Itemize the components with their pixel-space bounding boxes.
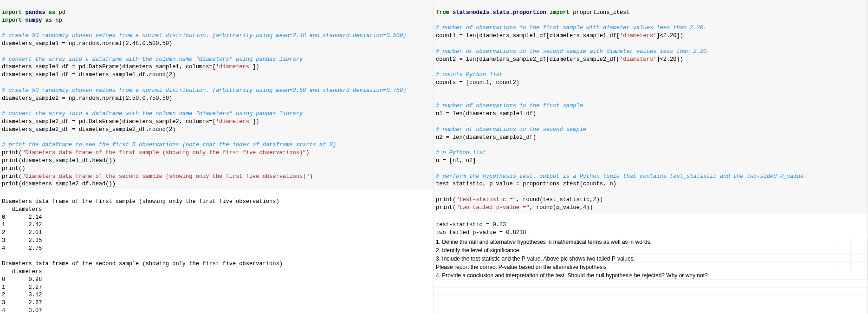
alias-pd: pd — [58, 9, 65, 16]
code-comment: # number of observations in the second s… — [436, 48, 710, 55]
code-line: diameters_sample1 = np.random.normal(2.4… — [2, 40, 172, 47]
code-line: n1 = len(diameters_sample1_df) — [436, 111, 536, 117]
output-row-idx: 2 — [2, 292, 5, 298]
grid-row[interactable]: 3. Include the test statistic and the P-… — [434, 255, 868, 263]
code-line: ) — [306, 150, 309, 156]
code-line: print( — [436, 196, 456, 203]
alias-np: np — [55, 17, 62, 24]
code-comment: # number of observations in the first sa… — [436, 25, 706, 31]
string-literal: 'diameters' — [620, 56, 656, 63]
code-line: diameters_sample2_df = diameters_sample2… — [2, 126, 175, 133]
code-comment: # perform the hypothesis test. output is… — [436, 173, 807, 180]
code-comment: # number of observations in the second s… — [436, 126, 586, 133]
string-literal: "test-statistic =" — [456, 196, 516, 203]
keyword-import: import — [2, 9, 22, 16]
output-row-val: 2.42 — [8, 222, 42, 228]
grid-cell[interactable] — [834, 238, 851, 246]
output-col-header: diameters — [2, 268, 42, 275]
output-row-val: 0.98 — [8, 276, 42, 283]
output-row-val: 2.27 — [8, 284, 42, 291]
code-line: print( — [2, 173, 22, 180]
output-row-idx: 0 — [2, 214, 5, 221]
grid-row[interactable]: Please report the correct P-value based … — [434, 263, 868, 271]
code-line: test_statistic, p_value = proportions_zt… — [436, 181, 616, 187]
task-item[interactable]: 1. Define the null and alternative hypot… — [434, 238, 834, 246]
code-line: counts = [count1, count2] — [436, 79, 519, 86]
task-item[interactable]: Please report the correct P-value based … — [434, 263, 834, 271]
grid-cell[interactable] — [834, 263, 851, 271]
code-comment: # convert the array into a dataframe wit… — [2, 111, 303, 117]
output-row-idx: 2 — [2, 229, 5, 236]
code-comment: # create 50 randomly chosen values from … — [2, 33, 406, 39]
left-code-cell[interactable]: import pandas as pd import numpy as np #… — [0, 0, 434, 189]
right-pane: from statsmodels.stats.proportion import… — [434, 0, 868, 314]
code-line: ) — [310, 173, 313, 180]
output-row-idx: 3 — [2, 300, 5, 306]
task-item[interactable]: 4. Provide a conclusion and interpretati… — [434, 271, 868, 279]
output-row-idx: 4 — [2, 307, 5, 314]
grid-row[interactable] — [434, 280, 868, 288]
output-row-val: 2.14 — [8, 214, 42, 221]
task-grid: 1. Define the null and alternative hypot… — [434, 238, 868, 295]
grid-cell[interactable] — [851, 238, 868, 246]
grid-row[interactable] — [434, 288, 868, 295]
code-line: ]<2.20]) — [656, 56, 683, 63]
code-line: n = [n1, n2] — [436, 157, 476, 164]
output-header: Diameters data frame of the first sample… — [2, 198, 279, 205]
keyword-import: import — [2, 17, 22, 24]
task-item[interactable]: 3. Include the test statistic and the P-… — [434, 255, 834, 262]
output-row-idx: 1 — [2, 284, 5, 291]
grid-cell[interactable] — [834, 255, 851, 262]
keyword-as: as — [45, 17, 52, 24]
code-line: count1 = len(diameters_sample1_df[diamet… — [436, 33, 620, 39]
grid-row[interactable]: 4. Provide a conclusion and interpretati… — [434, 271, 868, 280]
code-line: diameters_sample2 = np.random.normal(2.5… — [2, 95, 172, 102]
code-line: , round(p_value,4)) — [530, 204, 593, 211]
output-row-val: 2.67 — [8, 300, 42, 306]
code-line: print( — [2, 150, 22, 156]
string-literal: 'diameters' — [216, 64, 253, 70]
code-line: diameters_sample1_df = pd.DataFrame(diam… — [2, 64, 216, 70]
code-comment: # n Python list — [436, 150, 486, 156]
string-literal: "Diameters data frame of the second samp… — [22, 173, 309, 180]
output-line: two tailed p-value = 0.8218 — [436, 229, 526, 236]
code-comment: # number of observations in the first sa… — [436, 103, 583, 109]
code-line: print(diameters_sample2_df.head()) — [2, 181, 116, 187]
output-row-val: 2.01 — [8, 229, 42, 236]
code-comment: # convert the array into a dataframe wit… — [2, 56, 303, 63]
grid-cell[interactable] — [851, 246, 868, 254]
identifier: proportions_ztest — [573, 9, 629, 16]
keyword-import: import — [550, 9, 570, 16]
module-numpy: numpy — [25, 17, 42, 24]
grid-row[interactable]: 1. Define the null and alternative hypot… — [434, 238, 868, 246]
task-item[interactable]: 2. Identify the level of significance. — [434, 246, 834, 254]
code-comment: # create 50 randomly chosen values from … — [2, 87, 406, 94]
code-line: print(diameters_sample1_df.head()) — [2, 157, 116, 164]
code-line: print() — [2, 165, 25, 172]
string-literal: "Diameters data frame of the first sampl… — [22, 150, 306, 156]
output-row-idx: 0 — [2, 276, 5, 283]
code-comment: # counts Python list — [436, 72, 503, 78]
string-literal: "two tailed p-value =" — [456, 204, 529, 211]
grid-row[interactable]: 2. Identify the level of significance. — [434, 246, 868, 255]
output-row-val: 3.12 — [8, 292, 42, 298]
code-line: n2 = len(diameters_sample2_df) — [436, 134, 536, 141]
module-statsmodels: statsmodels.stats.proportion — [453, 9, 546, 16]
right-code-cell[interactable]: from statsmodels.stats.proportion import… — [434, 0, 868, 213]
code-line: ]) — [253, 64, 259, 70]
code-line: diameters_sample1_df = diameters_sample1… — [2, 72, 175, 78]
keyword-from: from — [436, 9, 449, 16]
code-line: count2 = len(diameters_sample2_df[diamet… — [436, 56, 620, 63]
output-row-idx: 3 — [2, 237, 5, 244]
grid-cell[interactable] — [851, 263, 868, 271]
module-pandas: pandas — [25, 9, 45, 16]
output-row-idx: 4 — [2, 245, 5, 252]
grid-cell[interactable] — [834, 246, 851, 254]
string-literal: 'diameters' — [620, 33, 656, 39]
code-line: diameters_sample2_df = pd.DataFrame(diam… — [2, 118, 216, 125]
grid-cell[interactable] — [851, 255, 868, 262]
left-output-cell: Diameters data frame of the first sample… — [0, 189, 434, 314]
output-row-val: 2.75 — [8, 245, 42, 252]
code-line: , round(test_statistic,2)) — [516, 196, 603, 203]
output-row-idx: 1 — [2, 222, 5, 228]
